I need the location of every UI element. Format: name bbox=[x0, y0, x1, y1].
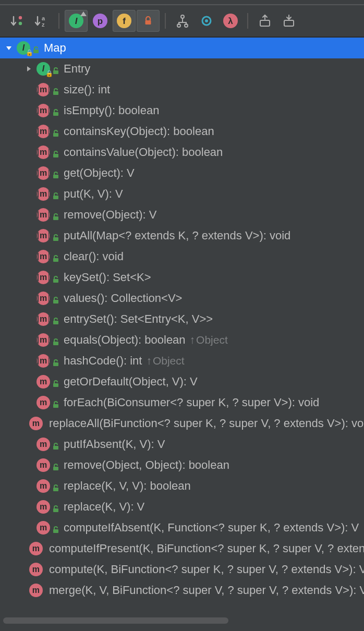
tree-node[interactable]: · m put(K, V): V bbox=[0, 184, 364, 204]
show-lambdas-button[interactable]: λ bbox=[219, 10, 242, 32]
public-visibility-icon bbox=[52, 338, 59, 346]
public-visibility-icon bbox=[52, 109, 59, 116]
svg-point-0 bbox=[19, 16, 22, 19]
caret-down-icon[interactable] bbox=[4, 44, 14, 52]
method-icon: m bbox=[37, 145, 50, 159]
horizontal-scrollbar[interactable] bbox=[3, 616, 361, 625]
public-visibility-icon bbox=[52, 526, 59, 533]
tree-node[interactable]: · m forEach(BiConsumer<? super K, ? supe… bbox=[0, 392, 364, 413]
svg-rect-35 bbox=[53, 529, 58, 533]
show-fields-button[interactable]: f bbox=[113, 10, 136, 32]
collapse-all-button[interactable] bbox=[277, 10, 300, 32]
public-visibility-icon bbox=[52, 151, 59, 158]
method-icon: m bbox=[37, 521, 50, 535]
tree-node[interactable]: · m isEmpty(): boolean bbox=[0, 100, 364, 121]
toolbar-separator bbox=[247, 13, 248, 29]
svg-rect-34 bbox=[53, 508, 58, 512]
sort-by-visibility-button[interactable] bbox=[6, 10, 29, 32]
tree-node[interactable]: · m hashCode(): int ↑Object bbox=[0, 350, 364, 371]
svg-point-1 bbox=[19, 22, 22, 25]
tree-node[interactable]: · m values(): Collection<V> bbox=[0, 288, 364, 309]
tree-node[interactable]: · m keySet(): Set<K> bbox=[0, 267, 364, 288]
tree-node[interactable]: · m size(): int bbox=[0, 79, 364, 100]
tree-node[interactable]: · m getOrDefault(Object, V): V bbox=[0, 371, 364, 392]
public-visibility-icon bbox=[52, 380, 59, 387]
expand-all-button[interactable] bbox=[253, 10, 276, 32]
tree-node[interactable]: · m containsValue(Object): boolean bbox=[0, 142, 364, 163]
svg-text:z: z bbox=[42, 21, 45, 28]
method-icon: m bbox=[37, 104, 50, 117]
tree-node[interactable]: · m equals(Object): boolean ↑Object bbox=[0, 330, 364, 350]
node-label: putIfAbsent(K, V): V bbox=[64, 438, 165, 451]
public-visibility-icon bbox=[52, 88, 59, 95]
show-properties-button[interactable]: p bbox=[89, 10, 112, 32]
node-label: equals(Object): boolean bbox=[64, 333, 186, 347]
scrollbar-thumb[interactable] bbox=[3, 617, 228, 624]
tree-node[interactable]: · m computeIfAbsent(K, Function<? super … bbox=[0, 517, 364, 538]
show-interfaces-button[interactable]: I bbox=[65, 10, 88, 32]
public-visibility-icon bbox=[52, 192, 59, 200]
svg-rect-29 bbox=[53, 404, 58, 408]
node-label: get(Object): V bbox=[64, 166, 135, 180]
node-label: size(): int bbox=[64, 83, 110, 96]
node-label: entrySet(): Set<Entry<K, V>> bbox=[64, 312, 213, 326]
method-icon: m bbox=[37, 187, 50, 201]
public-visibility-icon bbox=[52, 359, 59, 367]
toolbar-separator bbox=[58, 13, 59, 29]
tree-node[interactable]: I🔒 Entry bbox=[0, 58, 364, 79]
method-icon: m bbox=[37, 166, 50, 180]
tree-node[interactable]: · m merge(K, V, BiFunction<? super V, ? … bbox=[0, 580, 364, 601]
tree-node[interactable]: · m replaceAll(BiFunction<? super K, ? s… bbox=[0, 413, 364, 434]
caret-right-icon[interactable] bbox=[24, 65, 33, 72]
node-label: merge(K, V, BiFunction<? super V, ? supe… bbox=[49, 584, 364, 597]
svg-rect-4 bbox=[145, 20, 151, 25]
public-visibility-icon bbox=[52, 234, 59, 241]
show-nonpublic-button[interactable] bbox=[137, 10, 160, 32]
tree-node[interactable]: · m putIfAbsent(K, V): V bbox=[0, 434, 364, 455]
tree-node[interactable]: · m replace(K, V): V bbox=[0, 496, 364, 517]
tree-node[interactable]: · m remove(Object, Object): boolean bbox=[0, 455, 364, 476]
node-label: computeIfAbsent(K, Function<? super K, ?… bbox=[64, 521, 359, 535]
node-label: putAll(Map<? extends K, ? extends V>): v… bbox=[64, 229, 290, 242]
public-visibility-icon bbox=[52, 297, 59, 304]
svg-rect-19 bbox=[53, 196, 58, 199]
tree-node[interactable]: · m putAll(Map<? extends K, ? extends V>… bbox=[0, 225, 364, 246]
field-icon: f bbox=[117, 14, 131, 28]
svg-rect-10 bbox=[260, 20, 270, 26]
method-icon: m bbox=[29, 417, 43, 430]
collapse-all-icon bbox=[282, 14, 296, 28]
anonymous-icon bbox=[200, 14, 213, 28]
node-label: remove(Object): V bbox=[64, 208, 157, 222]
structure-tree[interactable]: I🔒 Map I🔒 Entry · m size(): int · m isEm… bbox=[0, 38, 364, 612]
tree-node-root[interactable]: I🔒 Map bbox=[0, 38, 364, 58]
method-icon: m bbox=[37, 354, 50, 368]
svg-rect-11 bbox=[284, 20, 294, 26]
toolbar: a z I p f bbox=[0, 4, 364, 38]
node-label: Map bbox=[44, 41, 66, 55]
tree-node[interactable]: · m remove(Object): V bbox=[0, 204, 364, 225]
node-label: computeIfPresent(K, BiFunction<? super K… bbox=[49, 542, 364, 555]
svg-rect-26 bbox=[53, 342, 58, 345]
svg-rect-14 bbox=[53, 91, 58, 95]
node-label: keySet(): Set<K> bbox=[64, 271, 151, 284]
node-label: clear(): void bbox=[64, 250, 124, 263]
svg-rect-16 bbox=[53, 133, 58, 137]
tree-node[interactable]: · m compute(K, BiFunction<? super K, ? s… bbox=[0, 559, 364, 580]
svg-rect-31 bbox=[53, 446, 58, 450]
tree-node[interactable]: · m get(Object): V bbox=[0, 163, 364, 184]
method-icon: m bbox=[37, 271, 50, 284]
svg-rect-24 bbox=[53, 300, 58, 304]
interface-icon: I🔒 bbox=[17, 41, 30, 55]
tree-node[interactable]: · m entrySet(): Set<Entry<K, V>> bbox=[0, 309, 364, 330]
svg-rect-20 bbox=[53, 216, 58, 220]
tree-node[interactable]: · m replace(K, V, V): boolean bbox=[0, 476, 364, 496]
tree-node[interactable]: · m clear(): void bbox=[0, 246, 364, 267]
svg-rect-13 bbox=[53, 70, 58, 74]
show-inherited-button[interactable] bbox=[171, 10, 194, 32]
sort-alphabetically-button[interactable]: a z bbox=[30, 10, 53, 32]
tree-node[interactable]: · m computeIfPresent(K, BiFunction<? sup… bbox=[0, 538, 364, 559]
show-anonymous-button[interactable] bbox=[195, 10, 218, 32]
svg-rect-18 bbox=[53, 175, 58, 178]
tree-node[interactable]: · m containsKey(Object): boolean bbox=[0, 121, 364, 142]
origin-label: ↑Object bbox=[146, 355, 184, 367]
